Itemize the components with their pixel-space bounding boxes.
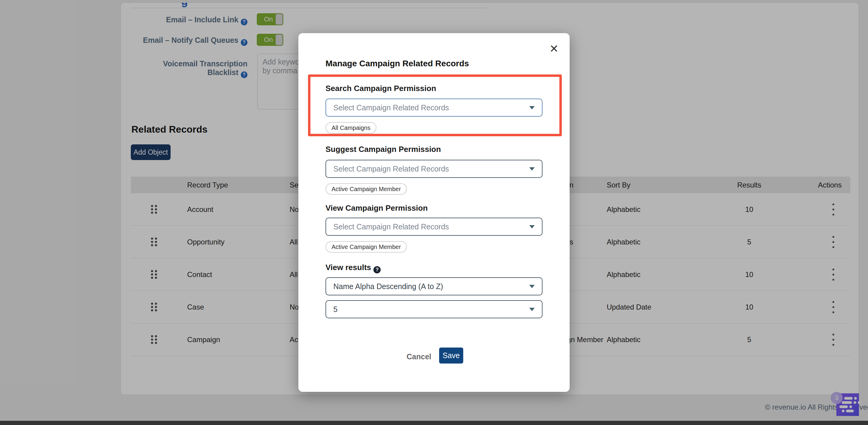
manage-campaign-modal: ✕ Manage Campaign Related Records Search… — [299, 33, 569, 392]
active-campaign-member-chip: Active Campaign Member — [326, 183, 407, 195]
view-results-label: View results? — [326, 263, 381, 273]
save-button[interactable]: Save — [439, 347, 463, 364]
chevron-down-icon — [529, 106, 535, 110]
cancel-button[interactable]: Cancel — [404, 349, 433, 364]
search-campaign-permission-select[interactable]: Select Campaign Related Records — [326, 98, 542, 117]
chevron-down-icon — [529, 225, 535, 229]
suggest-campaign-permission-label: Suggest Campaign Permission — [326, 145, 441, 154]
all-campaigns-chip: All Campaigns — [326, 122, 376, 133]
view-campaign-permission-label: View Campaign Permission — [326, 204, 428, 213]
chevron-down-icon — [529, 308, 535, 311]
close-icon[interactable]: ✕ — [547, 42, 561, 56]
help-icon[interactable]: ? — [373, 266, 381, 273]
view-results-sort-select[interactable]: Name Alpha Descending (A to Z) — [326, 277, 542, 295]
view-results-count-select[interactable]: 5 — [326, 300, 542, 318]
view-campaign-permission-select[interactable]: Select Campaign Related Records — [326, 218, 542, 236]
chevron-down-icon — [529, 167, 535, 171]
chevron-down-icon — [529, 285, 535, 288]
active-campaign-member-chip: Active Campaign Member — [326, 241, 407, 252]
modal-title: Manage Campaign Related Records — [326, 59, 469, 68]
suggest-campaign-permission-select[interactable]: Select Campaign Related Records — [326, 160, 542, 178]
search-campaign-permission-label: Search Campaign Permission — [326, 84, 436, 93]
